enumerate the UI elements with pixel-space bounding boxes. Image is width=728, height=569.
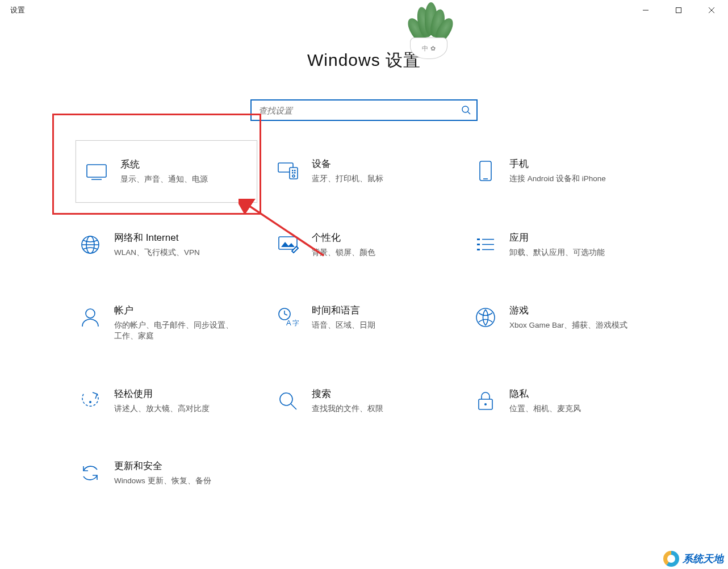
- search-icon: [461, 105, 471, 115]
- tile-desc: Windows 更新、恢复、备份: [114, 476, 211, 487]
- minimize-icon: [642, 7, 649, 14]
- svg-text:A: A: [286, 319, 291, 327]
- svg-line-5: [468, 112, 470, 114]
- maximize-icon: [675, 7, 682, 14]
- tile-title: 帐户: [114, 304, 233, 317]
- tile-devices[interactable]: 设备 蓝牙、打印机、鼠标: [273, 155, 455, 188]
- svg-rect-25: [477, 249, 480, 250]
- page-title: Windows 设置: [0, 49, 728, 72]
- minimize-button[interactable]: [629, 0, 662, 20]
- svg-rect-11: [294, 170, 296, 171]
- tile-personalization[interactable]: 个性化 背景、锁屏、颜色: [273, 229, 455, 261]
- titlebar: 设置: [0, 0, 728, 20]
- tile-title: 个性化: [312, 231, 375, 244]
- tile-title: 手机: [509, 157, 606, 170]
- privacy-icon: [474, 390, 497, 412]
- tile-desc: 蓝牙、打印机、鼠标: [312, 174, 383, 185]
- tile-time-language[interactable]: A字 时间和语言 语音、区域、日期: [273, 302, 455, 344]
- tile-desc: 讲述人、放大镜、高对比度: [114, 404, 210, 415]
- svg-point-27: [86, 309, 95, 318]
- svg-point-33: [476, 308, 495, 327]
- tile-ease-of-access[interactable]: 轻松使用 讲述人、放大镜、高对比度: [76, 385, 257, 417]
- devices-icon: [277, 160, 299, 182]
- tile-desc: WLAN、飞行模式、VPN: [114, 248, 200, 258]
- svg-rect-12: [292, 172, 294, 174]
- maximize-button[interactable]: [662, 0, 695, 20]
- time-language-icon: A字: [277, 306, 299, 329]
- tile-title: 设备: [312, 157, 383, 170]
- tile-update-security[interactable]: 更新和安全 Windows 更新、恢复、备份: [76, 457, 257, 489]
- svg-point-35: [280, 393, 292, 405]
- tile-phone[interactable]: 手机 连接 Android 设备和 iPhone: [471, 155, 652, 188]
- tile-desc: 背景、锁屏、颜色: [312, 248, 375, 258]
- phone-icon: [474, 160, 497, 182]
- svg-rect-6: [87, 165, 106, 177]
- window-controls: [629, 0, 728, 20]
- svg-rect-13: [294, 172, 296, 174]
- tile-title: 应用: [509, 231, 605, 244]
- close-icon: [708, 7, 715, 14]
- plant-pot-label: 中 ✿: [410, 37, 447, 59]
- window-title: 设置: [10, 5, 25, 15]
- svg-line-30: [284, 314, 287, 315]
- svg-rect-23: [477, 244, 480, 245]
- tile-apps[interactable]: 应用 卸载、默认应用、可选功能: [471, 229, 652, 261]
- apps-icon: [474, 233, 497, 256]
- tile-desc: 显示、声音、通知、电源: [120, 174, 208, 185]
- tile-title: 游戏: [509, 304, 627, 317]
- accounts-icon: [79, 306, 102, 329]
- personalization-icon: [277, 233, 299, 256]
- settings-grid: 系统 显示、声音、通知、电源 设备 蓝牙、打印机、鼠标 手机 连接 Androi…: [74, 155, 654, 489]
- svg-rect-20: [279, 237, 297, 249]
- svg-point-4: [462, 106, 468, 112]
- tile-title: 系统: [120, 158, 208, 171]
- svg-point-34: [89, 401, 91, 403]
- system-icon: [85, 160, 108, 183]
- svg-text:字: 字: [292, 319, 299, 327]
- tile-desc: 语音、区域、日期: [312, 320, 375, 331]
- search-input[interactable]: [250, 99, 478, 121]
- tile-title: 搜索: [312, 387, 383, 400]
- gaming-icon: [474, 306, 497, 329]
- tile-title: 网络和 Internet: [114, 231, 200, 244]
- tile-title: 更新和安全: [114, 459, 211, 472]
- tile-title: 时间和语言: [312, 304, 375, 317]
- ease-of-access-icon: [79, 390, 102, 412]
- svg-rect-15: [480, 161, 491, 181]
- tile-title: 隐私: [509, 387, 581, 400]
- network-icon: [79, 233, 102, 256]
- svg-rect-21: [477, 239, 480, 240]
- watermark-text: 系统天地: [683, 552, 723, 566]
- tile-network[interactable]: 网络和 Internet WLAN、飞行模式、VPN: [76, 229, 257, 261]
- tile-privacy[interactable]: 隐私 位置、相机、麦克风: [471, 385, 652, 417]
- tile-desc: 查找我的文件、权限: [312, 404, 383, 415]
- tile-gaming[interactable]: 游戏 Xbox Game Bar、捕获、游戏模式: [471, 302, 652, 344]
- tile-desc: 连接 Android 设备和 iPhone: [509, 174, 606, 185]
- tile-desc: 卸载、默认应用、可选功能: [509, 248, 605, 258]
- tile-title: 轻松使用: [114, 387, 210, 400]
- search-container: [250, 99, 478, 121]
- tile-system[interactable]: 系统 显示、声音、通知、电源: [76, 140, 257, 203]
- tile-desc: 位置、相机、麦克风: [509, 404, 581, 415]
- close-button[interactable]: [695, 0, 728, 20]
- tile-search[interactable]: 搜索 查找我的文件、权限: [273, 385, 455, 417]
- plant-decoration: 中 ✿: [398, 0, 460, 62]
- search-button[interactable]: [459, 103, 473, 117]
- search-tile-icon: [277, 390, 299, 412]
- svg-rect-1: [676, 7, 681, 12]
- watermark: 系统天地: [659, 549, 728, 569]
- watermark-icon: [663, 551, 679, 567]
- update-security-icon: [79, 462, 102, 484]
- tile-accounts[interactable]: 帐户 你的帐户、电子邮件、同步设置、工作、家庭: [76, 302, 257, 344]
- tile-desc: 你的帐户、电子邮件、同步设置、工作、家庭: [114, 320, 233, 342]
- svg-line-36: [291, 404, 296, 409]
- tile-desc: Xbox Game Bar、捕获、游戏模式: [509, 320, 627, 331]
- svg-point-38: [484, 403, 487, 405]
- svg-rect-10: [292, 170, 294, 171]
